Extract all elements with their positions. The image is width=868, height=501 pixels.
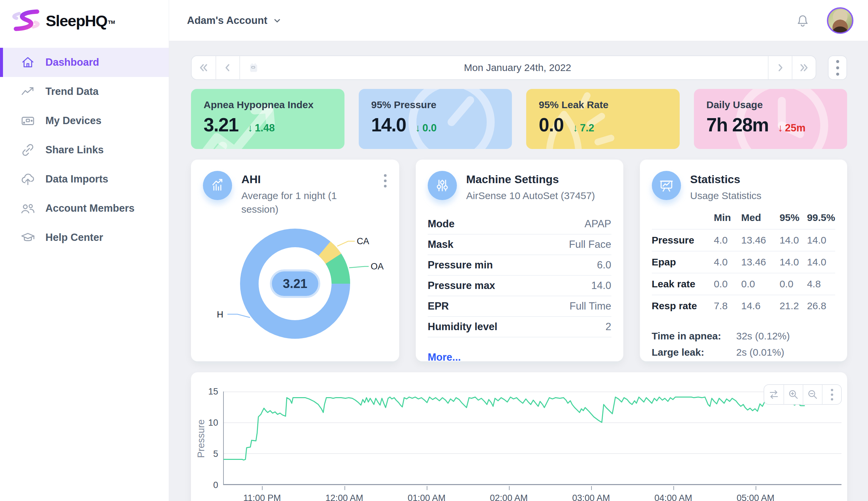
arrow-down-icon: ↓: [415, 122, 420, 134]
chevron-left-icon: [222, 62, 233, 73]
x-tick-label: 04:00 AM: [655, 493, 692, 501]
column-header: Med: [741, 212, 779, 229]
pan-reset-button[interactable]: [764, 385, 783, 404]
stat-card-daily-usage: Daily Usage 7h 28m ↓25m: [694, 89, 847, 149]
pressure-plot-area[interactable]: [223, 392, 842, 485]
x-tick-label: 11:00 PM: [243, 493, 281, 501]
avatar[interactable]: [827, 7, 854, 34]
chart-menu-button[interactable]: [822, 385, 841, 404]
x-tick-mark: [591, 486, 592, 490]
column-header: 95%: [779, 212, 807, 229]
machine-row: Pressure min6.0: [428, 255, 611, 276]
logo-text: SleepHQ: [46, 12, 107, 30]
ahi-card: AHI Average for 1 night (1 session) CAOA…: [191, 160, 399, 361]
x-tick-label: 01:00 AM: [408, 493, 446, 501]
table-row: Resp rate 7.814.621.226.8: [652, 295, 835, 317]
x-tick-label: 02:00 AM: [490, 493, 528, 501]
stat-card-pressure: 95% Pressure 14.0 ↓0.0: [359, 89, 512, 149]
donut-chart: CAOAH3.21: [203, 218, 387, 357]
more-link[interactable]: More...: [428, 351, 461, 363]
graduation-cap-icon: [20, 230, 35, 245]
date-menu-button[interactable]: [828, 55, 847, 80]
x-axis-labels: 11:00 PM12:00 AM01:00 AM02:00 AM03:00 AM…: [223, 493, 842, 501]
sidebar-item-label: Trend Data: [45, 86, 98, 97]
x-tick-mark: [427, 486, 427, 490]
transfer-arrows-icon: [768, 388, 780, 401]
sidebar-item-help-center[interactable]: Help Center: [0, 223, 169, 252]
arrow-down-icon: ↓: [573, 122, 578, 134]
machine-row: Humidity level2: [428, 317, 611, 338]
cloud-upload-icon: [20, 172, 35, 187]
donut-label-ca: CA: [357, 236, 369, 246]
pressure-line-chart: [224, 392, 842, 484]
stat-card-value-row: 7h 28m ↓25m: [706, 114, 847, 136]
ahi-title: AHI: [241, 171, 367, 186]
sidebar-item-my-devices[interactable]: My Devices: [0, 106, 169, 135]
stat-card-title: 95% Leak Rate: [539, 99, 680, 110]
logo-wordmark: SleepHQTM: [46, 12, 115, 30]
statistics-title: Statistics: [690, 171, 761, 186]
sidebar-item-dashboard[interactable]: Dashboard: [0, 48, 169, 77]
panels-row: AHI Average for 1 night (1 session) CAOA…: [191, 160, 847, 361]
arrow-down-icon: ↓: [248, 122, 253, 134]
machine-subtitle: AirSense 10 AutoSet (37457): [466, 189, 595, 203]
zoom-in-button[interactable]: [783, 385, 803, 404]
sidebar-item-account-members[interactable]: Account Members: [0, 194, 169, 223]
notifications-button[interactable]: [795, 13, 810, 28]
sidebar-item-trend-data[interactable]: Trend Data: [0, 77, 169, 106]
sidebar: SleepHQTM Dashboard Trend Data My Device…: [0, 0, 169, 501]
ahi-card-titles: AHI Average for 1 night (1 session): [241, 171, 367, 216]
topbar-actions: [795, 7, 854, 34]
y-tick-label: 0: [213, 480, 218, 490]
skip-back-button[interactable]: [191, 56, 216, 79]
next-day-button[interactable]: [768, 56, 792, 79]
zoom-out-button[interactable]: [803, 385, 822, 404]
date-toolbar: Mon January 24th, 2022: [191, 55, 847, 80]
skip-forward-button[interactable]: [792, 56, 816, 79]
stat-card-value-row: 14.0 ↓0.0: [371, 114, 512, 136]
calendar-button[interactable]: [239, 56, 267, 79]
date-label: Mon January 24th, 2022: [267, 62, 768, 73]
previous-day-button[interactable]: [216, 56, 239, 79]
stat-card-title: Daily Usage: [706, 99, 847, 110]
table-row: Leak rate 0.00.00.04.8: [652, 273, 835, 295]
device-icon: [20, 113, 35, 128]
stat-card-value: 3.21: [204, 114, 238, 136]
x-tick-mark: [509, 486, 509, 490]
sidebar-item-share-links[interactable]: Share Links: [0, 135, 169, 164]
sleephq-logo[interactable]: SleepHQTM: [0, 0, 169, 33]
pressure-chart-card: Pressure 151050 11:00 PM12:00 AM01:00 AM…: [191, 372, 847, 501]
sidebar-nav: Dashboard Trend Data My Devices Share Li…: [0, 48, 169, 252]
statistics-subtitle: Usage Statistics: [690, 189, 761, 203]
machine-settings-card: Machine Settings AirSense 10 AutoSet (37…: [416, 160, 623, 361]
account-switcher[interactable]: Adam's Account: [187, 14, 282, 26]
stat-cards-row: Apnea Hypopnea Index 3.21 ↓1.48 95% Pres…: [191, 89, 847, 149]
machine-card-titles: Machine Settings AirSense 10 AutoSet (37…: [466, 171, 595, 203]
sidebar-item-label: Share Links: [45, 144, 104, 156]
donut-leader-h: [228, 314, 250, 318]
stat-card-value-row: 3.21 ↓1.48: [204, 114, 344, 136]
stat-card-title: Apnea Hypopnea Index: [204, 99, 344, 110]
ahi-menu-button[interactable]: [381, 172, 389, 190]
stat-card-title: 95% Pressure: [371, 99, 512, 110]
trend-icon: [20, 84, 35, 99]
logo-tm: TM: [108, 19, 115, 25]
stat-card-delta: ↓25m: [778, 122, 806, 134]
chevron-down-icon: [273, 16, 282, 25]
link-icon: [20, 142, 35, 158]
donut-segment-ca: [325, 248, 333, 258]
bar-chart-icon: [203, 171, 232, 200]
statistics-card: Statistics Usage Statistics Min Med 95% …: [640, 160, 847, 361]
topbar: Adam's Account: [169, 0, 868, 41]
statistics-footer: Time in apnea:32s (0.12%) Large leak:2s …: [652, 330, 835, 358]
chevron-right-icon: [774, 62, 786, 73]
sidebar-item-data-imports[interactable]: Data Imports: [0, 164, 169, 194]
presentation-chart-icon: [652, 171, 681, 200]
donut-segment-oa: [333, 259, 341, 284]
chevrons-left-icon: [198, 62, 209, 73]
donut-leader-ca: [337, 241, 355, 246]
statistics-card-titles: Statistics Usage Statistics: [690, 171, 761, 203]
donut-leader-oa: [349, 266, 369, 268]
stat-card-ahi: Apnea Hypopnea Index 3.21 ↓1.48: [191, 89, 344, 149]
ahi-card-header: AHI Average for 1 night (1 session): [203, 171, 387, 216]
